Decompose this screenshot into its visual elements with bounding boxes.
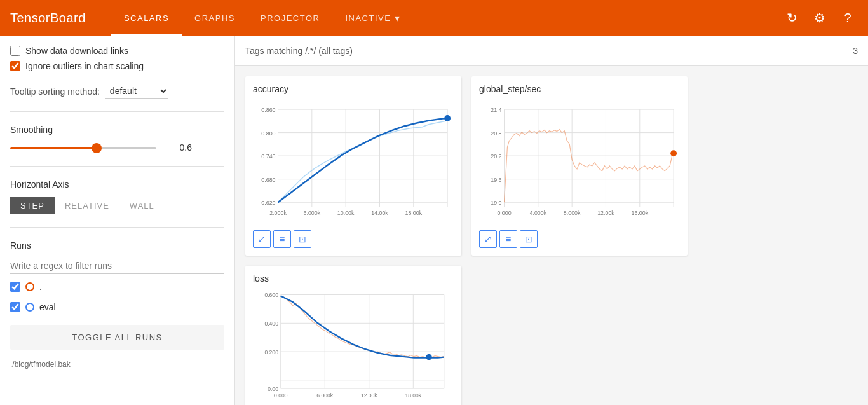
svg-text:6.000k: 6.000k xyxy=(316,392,333,399)
chart-title-loss: loss xyxy=(253,273,454,284)
svg-text:20.8: 20.8 xyxy=(491,130,501,137)
chart-card-loss: loss xyxy=(245,266,461,405)
tags-label: Tags matching /.*/ (all tags) xyxy=(245,46,353,56)
smoothing-slider-row xyxy=(10,142,224,153)
smoothing-title: Smoothing xyxy=(10,125,224,135)
svg-text:0.620: 0.620 xyxy=(261,200,275,206)
run-dot-orange xyxy=(25,282,34,291)
smoothing-section: Smoothing xyxy=(10,125,224,153)
refresh-icon[interactable]: ↻ xyxy=(782,8,802,28)
help-icon[interactable]: ? xyxy=(837,8,858,28)
chart-area-accuracy: 0.860 0.800 0.740 0.680 0.620 2.000k 6.0… xyxy=(253,99,454,226)
horizontal-axis-section: Horizontal Axis STEP RELATIVE WALL xyxy=(10,179,224,214)
svg-point-62 xyxy=(426,354,432,360)
tags-count: 3 xyxy=(853,46,858,56)
run-label-dot: . xyxy=(39,282,42,292)
tags-bar: Tags matching /.*/ (all tags) 3 xyxy=(235,36,868,66)
inactive-dropdown[interactable]: INACTIVE ▾ xyxy=(332,0,413,36)
svg-text:12.00k: 12.00k xyxy=(597,210,614,216)
download-icon[interactable]: ⊡ xyxy=(294,230,311,248)
chart-title-accuracy: accuracy xyxy=(253,84,454,94)
smoothing-value-input[interactable] xyxy=(161,142,192,153)
divider-2 xyxy=(10,166,224,167)
svg-text:6.000k: 6.000k xyxy=(303,210,320,216)
chart-svg-loss: 0.600 0.400 0.200 0.00 0.000 6.000k 12.0… xyxy=(253,289,454,405)
chart-card-accuracy: accuracy xyxy=(245,76,461,256)
nav-graphs[interactable]: GRAPHS xyxy=(182,0,248,36)
chart-card-global-step: global_step/sec xyxy=(471,76,688,256)
runs-section: Runs . eval xyxy=(10,240,224,315)
axis-buttons-group: STEP RELATIVE WALL xyxy=(10,197,224,214)
nav-scalars[interactable]: SCALARS xyxy=(111,0,182,36)
data-icon[interactable]: ≡ xyxy=(273,230,291,248)
ignore-outliers-checkbox[interactable] xyxy=(10,61,20,71)
svg-text:10.00k: 10.00k xyxy=(337,210,355,216)
svg-text:18.00k: 18.00k xyxy=(405,392,421,399)
horizontal-axis-title: Horizontal Axis xyxy=(10,179,224,189)
app-logo: TensorBoard xyxy=(10,11,86,25)
data-links-section: Show data download links Ignore outliers… xyxy=(10,46,224,71)
svg-text:0.000: 0.000 xyxy=(274,392,288,399)
tooltip-sorting-label: Tooltip sorting method: xyxy=(10,86,100,97)
download-icon[interactable]: ⊡ xyxy=(520,230,538,248)
chart-area-loss: 0.600 0.400 0.200 0.00 0.000 6.000k 12.0… xyxy=(253,289,454,405)
run-checkbox-eval[interactable] xyxy=(10,302,20,312)
show-data-links-checkbox[interactable] xyxy=(10,46,20,56)
chart-area-global-step: 21.4 20.8 20.2 19.6 19.0 0.000 4.000k 8.… xyxy=(479,99,680,226)
smoothing-slider[interactable] xyxy=(10,147,156,149)
divider-1 xyxy=(10,111,224,112)
model-path: ./blog/tfmodel.bak xyxy=(10,360,224,369)
expand-icon[interactable]: ⤢ xyxy=(253,230,271,248)
svg-text:16.00k: 16.00k xyxy=(631,210,648,216)
toggle-all-runs-button[interactable]: TOGGLE ALL RUNS xyxy=(10,325,224,350)
svg-text:18.00k: 18.00k xyxy=(405,210,422,216)
run-item-eval: eval xyxy=(10,299,224,315)
app-header: TensorBoard SCALARS GRAPHS PROJECTOR INA… xyxy=(0,0,868,36)
svg-text:20.2: 20.2 xyxy=(491,153,501,160)
svg-text:0.200: 0.200 xyxy=(264,349,278,355)
chart-actions-global-step: ⤢ ≡ ⊡ xyxy=(479,230,680,248)
tooltip-sorting-row: Tooltip sorting method: default ascendin… xyxy=(10,84,224,99)
svg-text:0.680: 0.680 xyxy=(261,177,275,183)
svg-text:2.000k: 2.000k xyxy=(269,210,287,216)
run-label-eval: eval xyxy=(39,302,56,312)
ignore-outliers-row[interactable]: Ignore outliers in chart scaling xyxy=(10,61,224,71)
svg-text:0.800: 0.800 xyxy=(261,130,275,137)
app-body: Show data download links Ignore outliers… xyxy=(0,36,868,405)
divider-3 xyxy=(10,227,224,228)
main-content: Tags matching /.*/ (all tags) 3 accuracy xyxy=(235,36,868,405)
chart-title-global-step: global_step/sec xyxy=(479,84,680,94)
chevron-down-icon: ▾ xyxy=(395,12,401,24)
svg-point-21 xyxy=(444,115,451,121)
svg-point-43 xyxy=(670,150,677,156)
main-nav: SCALARS GRAPHS PROJECTOR INACTIVE ▾ xyxy=(111,0,782,36)
runs-title: Runs xyxy=(10,240,224,251)
settings-icon[interactable]: ⚙ xyxy=(810,8,830,28)
svg-text:0.00: 0.00 xyxy=(268,386,278,392)
axis-btn-relative[interactable]: RELATIVE xyxy=(55,197,119,214)
nav-projector[interactable]: PROJECTOR xyxy=(248,0,332,36)
runs-filter-input[interactable] xyxy=(10,258,224,274)
axis-btn-wall[interactable]: WALL xyxy=(119,197,165,214)
svg-text:12.00k: 12.00k xyxy=(361,392,377,399)
tooltip-sorting-select[interactable]: default ascending descending xyxy=(105,84,168,99)
run-checkbox-dot[interactable] xyxy=(10,282,20,292)
charts-grid: accuracy xyxy=(235,66,868,405)
svg-text:0.600: 0.600 xyxy=(264,292,278,298)
data-icon[interactable]: ≡ xyxy=(499,230,517,248)
show-data-links-row[interactable]: Show data download links xyxy=(10,46,224,56)
svg-text:0.860: 0.860 xyxy=(261,107,275,113)
svg-text:0.000: 0.000 xyxy=(497,210,511,216)
expand-icon[interactable]: ⤢ xyxy=(479,230,497,248)
chart-svg-global-step: 21.4 20.8 20.2 19.6 19.0 0.000 4.000k 8.… xyxy=(479,99,680,226)
svg-text:4.000k: 4.000k xyxy=(529,210,546,216)
svg-text:14.00k: 14.00k xyxy=(371,210,388,216)
chart-actions-accuracy: ⤢ ≡ ⊡ xyxy=(253,230,454,248)
svg-text:0.740: 0.740 xyxy=(261,153,275,160)
svg-text:0.400: 0.400 xyxy=(264,320,278,327)
run-dot-blue xyxy=(25,303,34,312)
show-data-links-label: Show data download links xyxy=(25,46,128,56)
header-icons: ↻ ⚙ ? xyxy=(782,8,858,28)
axis-btn-step[interactable]: STEP xyxy=(10,197,55,214)
ignore-outliers-label: Ignore outliers in chart scaling xyxy=(25,61,144,71)
